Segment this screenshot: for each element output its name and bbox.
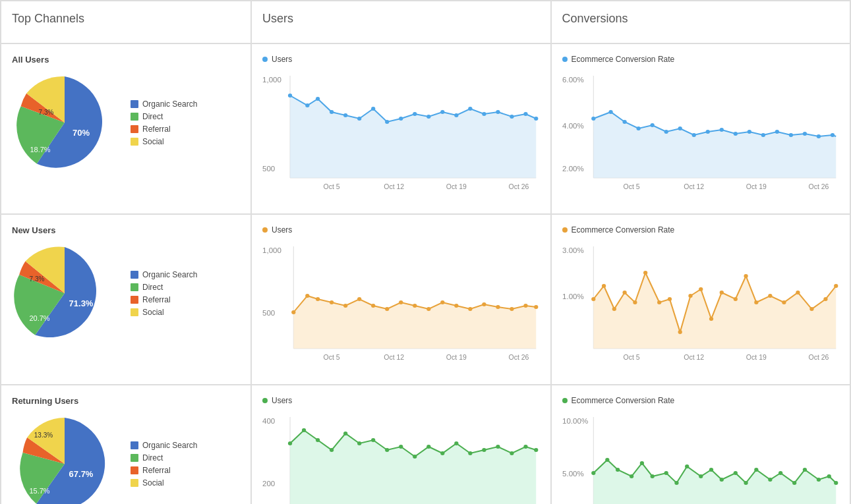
svg-text:18.7%: 18.7% [30,146,50,154]
svg-point-106 [709,317,713,321]
ret-legend-organic-color [131,441,138,449]
legend-organic-label: Organic Search [142,99,197,109]
svg-point-141 [454,441,458,445]
legend-direct: Direct [131,112,197,121]
svg-point-51 [788,133,792,137]
users-title: Users [262,12,540,26]
svg-point-100 [643,271,647,275]
svg-point-70 [330,300,334,304]
svg-point-136 [385,448,389,452]
svg-point-84 [523,304,527,308]
svg-text:Oct 12: Oct 12 [684,354,704,361]
svg-point-19 [440,110,444,114]
all-users-pie-chart: 70% 18.7% 7.3% [12,70,117,175]
svg-point-38 [608,110,612,114]
svg-point-135 [371,438,375,442]
svg-point-46 [719,128,723,132]
returning-users-legend: Organic Search Direct Referral Social [131,441,197,488]
svg-text:4.00%: 4.00% [562,122,584,130]
svg-point-81 [482,302,486,306]
header-channels: Top Channels [1,1,251,43]
svg-point-41 [650,123,654,127]
svg-point-11 [330,110,334,114]
svg-point-25 [523,112,527,116]
returning-users-label: Returning Users [12,396,240,406]
svg-marker-156 [593,460,836,504]
svg-point-164 [674,481,678,485]
new-users-chart-label: Users [272,225,292,235]
svg-text:Oct 26: Oct 26 [808,183,829,190]
new-legend-social-label: Social [142,308,164,317]
svg-point-74 [385,307,389,311]
svg-point-157 [591,471,595,475]
svg-point-49 [761,133,765,137]
svg-text:6.00%: 6.00% [562,76,584,84]
svg-point-176 [816,478,820,482]
ret-legend-organic-label: Organic Search [142,441,197,450]
svg-point-170 [744,481,748,485]
conversions-title: Conversions [562,12,840,26]
svg-point-163 [664,471,668,475]
new-legend-direct-color [131,283,138,291]
svg-text:15.7%: 15.7% [29,487,49,495]
svg-text:67.7%: 67.7% [69,469,94,479]
new-legend-organic-label: Organic Search [142,270,197,279]
svg-text:7.3%: 7.3% [39,109,54,116]
svg-point-108 [733,297,737,301]
svg-point-101 [657,300,661,304]
svg-point-171 [754,468,758,472]
new-users-conv-chart: 3.00% 1.00% [562,240,840,372]
svg-point-8 [288,94,292,98]
svg-text:Oct 26: Oct 26 [508,354,529,361]
svg-point-142 [468,451,472,455]
svg-text:200: 200 [262,480,275,488]
new-users-conv-label: Ecommerce Conversion Rate [572,225,675,235]
new-legend-referral-label: Referral [142,295,171,304]
svg-point-172 [768,478,772,482]
svg-point-77 [426,307,430,311]
ret-legend-referral-color [131,466,138,474]
svg-point-43 [678,126,682,130]
svg-point-50 [775,130,778,134]
all-users-chart-cell: Users 1,000 500 [251,43,551,214]
dashboard: Top Channels Users Conversions All Users… [0,0,851,504]
legend-direct-color [131,113,138,121]
svg-point-12 [343,113,347,117]
svg-point-116 [834,284,838,288]
svg-point-109 [744,274,748,278]
svg-point-68 [305,294,309,298]
returning-users-pie-cell: Returning Users 67.7% 15.7% 13.3% Organi… [1,385,251,504]
new-users-pie-cell: New Users 71.3% 20.7% 7.3% Organic Searc… [1,214,251,385]
svg-text:Oct 19: Oct 19 [446,354,467,361]
new-users-pie-chart: 71.3% 20.7% 7.3% [12,240,117,346]
new-legend-referral: Referral [131,295,197,304]
svg-text:Oct 5: Oct 5 [623,354,639,361]
svg-point-17 [413,112,417,116]
returning-users-chart-dot [262,398,268,403]
svg-text:Oct 5: Oct 5 [623,183,639,190]
svg-point-20 [454,113,458,117]
returning-users-conv-title: Ecommerce Conversion Rate [562,396,840,405]
new-users-legend: Organic Search Direct Referral Social [131,270,197,317]
svg-point-113 [796,291,800,294]
svg-point-140 [440,451,444,455]
svg-point-111 [768,294,772,298]
svg-point-44 [691,133,695,137]
all-users-label: All Users [12,55,240,65]
returning-users-conv-dot [562,398,568,403]
all-users-chart-title: Users [262,55,540,64]
svg-point-168 [719,478,723,482]
svg-point-18 [426,115,430,119]
svg-point-103 [678,330,682,334]
svg-text:Oct 26: Oct 26 [808,354,829,361]
svg-point-10 [316,97,320,101]
ret-legend-social: Social [131,478,197,488]
svg-point-14 [371,107,375,111]
svg-point-138 [413,455,417,459]
svg-text:10.00%: 10.00% [562,417,588,425]
returning-users-conv-cell: Ecommerce Conversion Rate 10.00% 5.00% [551,385,851,504]
svg-point-169 [733,471,737,475]
svg-point-40 [636,126,640,130]
new-users-chart-title: Users [262,225,540,235]
legend-social-color [131,138,138,146]
